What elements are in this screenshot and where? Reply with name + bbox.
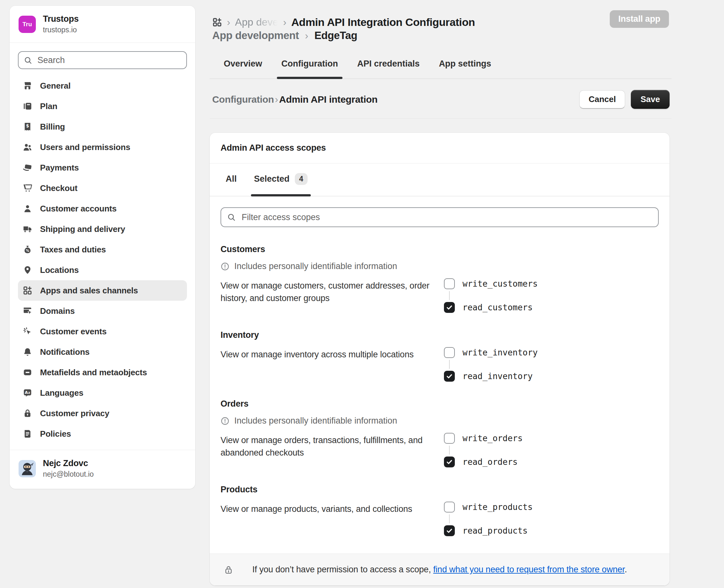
apps-grid-icon[interactable] <box>212 17 222 27</box>
scope-row-read_inventory: read_inventory <box>444 371 538 382</box>
sidebar-item-metafields-and-metaobjects[interactable]: Metafields and metaobjects <box>18 362 187 383</box>
sidebar-item-plan[interactable]: Plan <box>18 96 187 117</box>
subheader-breadcrumb-parent[interactable]: Configuration <box>212 94 274 105</box>
breadcrumb-app-development[interactable]: App deve <box>235 16 278 28</box>
sidebar-item-label: General <box>40 81 70 91</box>
users-icon <box>23 142 32 152</box>
scope-label: write_orders <box>462 434 523 443</box>
scope-row-write_inventory: write_inventory <box>444 347 538 358</box>
sidebar-item-shipping-and-delivery[interactable]: Shipping and delivery <box>18 219 187 239</box>
search-icon <box>24 56 32 65</box>
sidebar-item-customer-events[interactable]: Customer events <box>18 321 187 342</box>
scope-label: write_customers <box>462 279 538 289</box>
svg-text:A: A <box>25 390 28 395</box>
scope-tab-selected[interactable]: Selected4 <box>249 164 313 196</box>
store-switcher[interactable]: Tru Trustops trustops.io <box>9 6 195 43</box>
sidebar-item-label: Metafields and metaobjects <box>40 368 147 378</box>
read_inventory-checkbox[interactable] <box>444 371 455 382</box>
tab-api-credentials[interactable]: API credentials <box>350 55 427 78</box>
scope-section-title: Customers <box>221 245 659 254</box>
scope-label: read_customers <box>462 303 533 312</box>
permission-notice-text: If you don’t have permission to access a… <box>224 565 656 574</box>
tab-overview[interactable]: Overview <box>217 55 269 78</box>
scope-label: write_inventory <box>462 348 538 357</box>
sidebar-item-billing[interactable]: $ Billing <box>18 117 187 137</box>
user-card[interactable]: Nejc Zdovc nejc@blotout.io <box>9 450 195 489</box>
scope-label: read_inventory <box>462 372 533 381</box>
filter-access-scopes-input[interactable]: Filter access scopes <box>221 207 659 227</box>
scope-checkbox-group: write_customersread_customers <box>444 278 538 313</box>
lock-icon <box>23 408 32 418</box>
taxes-icon: % <box>23 245 32 254</box>
sidebar-item-label: Languages <box>40 388 83 398</box>
checkout-icon <box>23 183 32 193</box>
sidebar-item-label: Plan <box>40 101 57 111</box>
pii-note-text: Includes personally identifiable informa… <box>234 261 397 271</box>
scope-section-title: Products <box>221 485 659 495</box>
scope-row-write_orders: write_orders <box>444 433 523 444</box>
write_products-checkbox[interactable] <box>444 502 455 512</box>
scope-tab-label: Selected <box>254 174 290 184</box>
search-icon <box>227 213 236 222</box>
sidebar-item-customer-privacy[interactable]: Customer privacy <box>18 403 187 424</box>
location-pin-icon <box>23 265 32 275</box>
svg-text:%: % <box>26 249 29 253</box>
notice-text-before: If you don’t have permission to access a… <box>252 565 433 574</box>
sidebar-item-policies[interactable]: Policies <box>18 424 187 444</box>
tab-configuration[interactable]: Configuration <box>274 55 345 78</box>
install-app-button[interactable]: Install app <box>610 10 669 28</box>
sidebar-item-label: Customer privacy <box>40 408 109 418</box>
scope-label: write_products <box>462 502 533 512</box>
checkbox-connector <box>449 514 450 523</box>
sidebar-item-general[interactable]: General <box>18 76 187 96</box>
store-icon <box>23 81 32 90</box>
user-name: Nejc Zdovc <box>43 458 94 468</box>
top-breadcrumb: › App deve › Admin API Integration Confi… <box>210 0 671 31</box>
sidebar-item-notifications[interactable]: Notifications <box>18 342 187 362</box>
scope-checkbox-group: write_productsread_products <box>444 502 533 536</box>
sidebar-item-taxes-and-duties[interactable]: % Taxes and duties <box>18 239 187 260</box>
config-subheader: Configuration › Admin API integration Ca… <box>210 86 671 119</box>
scope-section-description: View or manage orders, transactions, ful… <box>221 434 432 467</box>
cancel-button[interactable]: Cancel <box>579 90 625 109</box>
breadcrumb-separator: › <box>226 17 231 27</box>
scope-section-customers: Customers Includes personally identifiab… <box>221 245 659 313</box>
page-title-current: EdgeTag <box>314 29 357 42</box>
sidebar-item-locations[interactable]: Locations <box>18 260 187 280</box>
request-permission-link[interactable]: find what you need to request from the s… <box>433 565 625 574</box>
sidebar-item-domains[interactable]: Domains <box>18 301 187 321</box>
pii-note: Includes personally identifiable informa… <box>221 261 659 271</box>
sidebar-item-label: Policies <box>40 429 71 439</box>
scope-section-title: Inventory <box>221 330 659 340</box>
search-input[interactable]: Search <box>18 51 187 69</box>
card-title: Admin API access scopes <box>210 133 669 164</box>
alert-circle-icon <box>221 262 229 271</box>
read_orders-checkbox[interactable] <box>444 457 455 467</box>
store-domain: trustops.io <box>43 26 79 34</box>
save-button[interactable]: Save <box>631 90 669 109</box>
sidebar-item-label: Locations <box>40 265 79 275</box>
scope-row-read_customers: read_customers <box>444 302 538 313</box>
read_customers-checkbox[interactable] <box>444 302 455 313</box>
write_orders-checkbox[interactable] <box>444 433 455 444</box>
subheader-separator: › <box>274 94 279 104</box>
billing-icon: $ <box>23 122 32 131</box>
sidebar-item-customer-accounts[interactable]: Customer accounts <box>18 198 187 219</box>
write_customers-checkbox[interactable] <box>444 278 455 289</box>
page-title-parent[interactable]: App development <box>212 29 299 42</box>
sidebar-item-users-and-permissions[interactable]: Users and permissions <box>18 137 187 158</box>
write_inventory-checkbox[interactable] <box>444 347 455 358</box>
admin-api-access-scopes-card: Admin API access scopes AllSelected4 Fil… <box>210 133 669 585</box>
scope-tab-label: All <box>226 174 237 184</box>
scope-label: read_products <box>462 526 528 536</box>
scope-tab-all[interactable]: All <box>221 164 242 196</box>
read_products-checkbox[interactable] <box>444 525 455 536</box>
tab-app-settings[interactable]: App settings <box>432 55 498 78</box>
checkbox-connector <box>449 446 450 455</box>
sidebar-item-checkout[interactable]: Checkout <box>18 178 187 198</box>
breadcrumb-separator: › <box>282 17 287 27</box>
sidebar-item-apps-and-sales-channels[interactable]: Apps and sales channels <box>18 280 187 301</box>
sidebar-item-payments[interactable]: Payments <box>18 158 187 178</box>
scope-row-write_products: write_products <box>444 502 533 512</box>
sidebar-item-languages[interactable]: Az Languages <box>18 383 187 403</box>
